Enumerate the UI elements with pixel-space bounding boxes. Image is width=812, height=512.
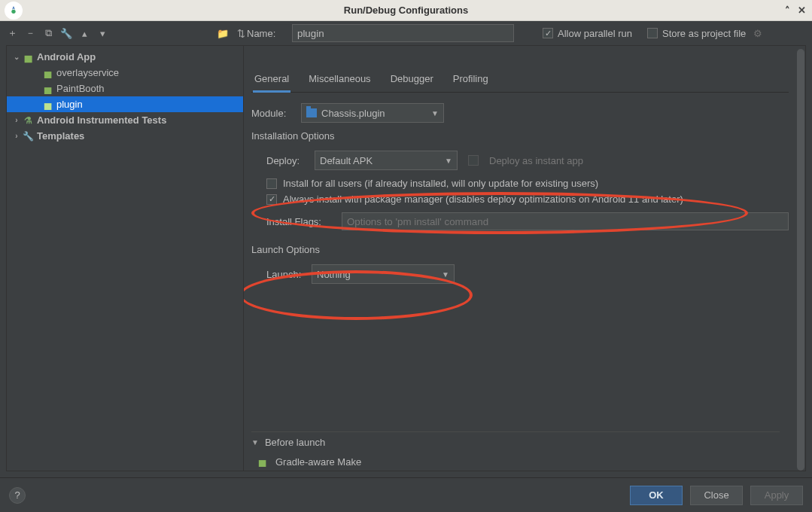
tree-node-templates[interactable]: › 🔧 Templates — [7, 128, 243, 144]
android-icon: ▅ — [41, 83, 53, 95]
store-project-checkbox[interactable] — [647, 28, 658, 38]
module-icon — [306, 108, 317, 117]
flask-icon: ⚗ — [22, 114, 34, 126]
app-icon — [5, 2, 23, 20]
android-icon: ▅ — [41, 67, 53, 79]
android-icon: ▅ — [256, 456, 268, 468]
android-icon: ▅ — [22, 51, 34, 63]
tab-debugger[interactable]: Debugger — [389, 73, 435, 92]
tree-item-paintbooth[interactable]: ▅ PaintBooth — [7, 81, 243, 96]
down-icon[interactable]: ▾ — [96, 27, 108, 39]
dialog-footer: ? OK Close Apply — [0, 477, 812, 512]
scrollbar[interactable] — [796, 46, 805, 471]
wrench-icon: 🔧 — [22, 130, 34, 142]
apply-button[interactable]: Apply — [750, 486, 803, 505]
add-config-icon[interactable]: ＋ — [6, 27, 18, 39]
tree-item-plugin[interactable]: ▅ plugin — [7, 96, 243, 112]
name-label: Name: — [247, 28, 292, 39]
wrench-icon[interactable]: 🔧 — [60, 27, 72, 39]
install-flags-input[interactable] — [342, 212, 789, 230]
before-launch-header[interactable]: ▼ Before launch — [251, 431, 780, 453]
dialog: ＋ － ⧉ 🔧 ▴ ▾ 📁 ⇅ Name: Allow parallel run… — [0, 21, 812, 512]
copy-config-icon[interactable]: ⧉ — [42, 27, 54, 39]
close-button[interactable]: Close — [690, 486, 743, 505]
allow-parallel-checkbox[interactable] — [543, 28, 553, 38]
launch-label: Launch: — [266, 269, 312, 280]
install-all-users-label: Install for all users (if already instal… — [283, 178, 598, 189]
tab-profiling[interactable]: Profiling — [452, 73, 490, 92]
chevron-down-icon: ▼ — [445, 157, 452, 165]
module-select[interactable]: Chassis.plugin ▼ — [301, 103, 444, 123]
help-button[interactable]: ? — [9, 487, 26, 504]
config-tree: ⌄ ▅ Android App ▅ overlayservice ▅ Paint… — [6, 45, 244, 471]
chevron-down-icon: ▼ — [431, 109, 439, 117]
folder-icon[interactable]: 📁 — [217, 27, 229, 39]
chevron-right-icon: › — [11, 132, 22, 140]
allow-parallel-label: Allow parallel run — [558, 28, 632, 39]
tree-node-instrumented-tests[interactable]: › ⚗ Android Instrumented Tests — [7, 112, 243, 128]
install-all-users-checkbox[interactable] — [266, 178, 277, 189]
window-close-icon[interactable]: ✕ — [798, 5, 806, 16]
chevron-down-icon: ▼ — [442, 270, 449, 279]
installation-options-header: Installation Options — [251, 130, 789, 142]
launch-select[interactable]: Nothing ▼ — [312, 264, 455, 284]
chevron-right-icon: › — [11, 116, 22, 124]
content-panel: General Miscellaneous Debugger Profiling… — [244, 45, 806, 471]
sort-icon: ⇅ — [235, 27, 247, 39]
top-toolbar: ＋ － ⧉ 🔧 ▴ ▾ 📁 ⇅ Name: Allow parallel run… — [0, 21, 812, 45]
before-launch-item[interactable]: ▅ Gradle-aware Make — [256, 456, 775, 468]
svg-point-1 — [11, 9, 15, 13]
instant-app-label: Deploy as instant app — [489, 155, 583, 166]
instant-app-checkbox — [468, 155, 479, 166]
always-package-manager-checkbox[interactable] — [266, 194, 277, 205]
chevron-down-icon: ▼ — [251, 438, 259, 446]
config-tabs: General Miscellaneous Debugger Profiling — [251, 66, 789, 93]
always-package-manager-label: Always install with package manager (dis… — [283, 194, 683, 205]
gear-icon[interactable]: ⚙ — [753, 28, 762, 39]
store-project-label: Store as project file — [662, 28, 746, 39]
deploy-select[interactable]: Default APK ▼ — [315, 151, 458, 170]
tab-miscellaneous[interactable]: Miscellaneous — [307, 73, 372, 92]
install-flags-label: Install Flags: — [266, 216, 334, 227]
window-title: Run/Debug Configurations — [0, 5, 812, 16]
scrollbar-thumb[interactable] — [797, 49, 804, 471]
window-minimize-icon[interactable]: ˄ — [785, 5, 790, 16]
tab-general[interactable]: General — [253, 73, 290, 93]
remove-config-icon[interactable]: － — [24, 27, 36, 39]
deploy-label: Deploy: — [266, 155, 304, 166]
module-label: Module: — [251, 108, 301, 119]
android-icon: ▅ — [41, 99, 53, 111]
titlebar: Run/Debug Configurations ˄ ✕ — [0, 0, 812, 21]
ok-button[interactable]: OK — [630, 486, 683, 505]
up-icon[interactable]: ▴ — [78, 27, 90, 39]
tree-item-overlayservice[interactable]: ▅ overlayservice — [7, 65, 243, 81]
chevron-down-icon: ⌄ — [11, 53, 22, 61]
android-studio-icon — [8, 5, 20, 17]
before-launch-section: ▼ Before launch ▅ Gradle-aware Make — [251, 431, 780, 471]
name-input[interactable] — [292, 24, 514, 42]
launch-options-header: Launch Options — [251, 244, 789, 255]
tree-node-android-app[interactable]: ⌄ ▅ Android App — [7, 49, 243, 65]
